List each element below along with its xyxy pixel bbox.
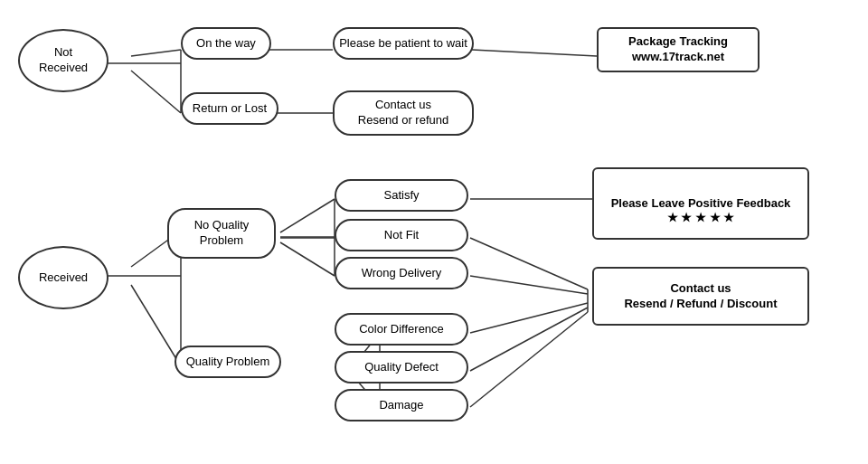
not-fit-node: Not Fit	[335, 219, 468, 251]
svg-line-24	[470, 308, 588, 371]
no-quality-problem-node: No QualityProblem	[167, 208, 276, 259]
svg-line-1	[131, 71, 181, 113]
svg-line-0	[131, 50, 181, 56]
svg-line-23	[470, 303, 588, 333]
svg-line-21	[470, 238, 588, 289]
wrong-delivery-node: Wrong Delivery	[335, 257, 468, 289]
received-node: Received	[18, 246, 108, 309]
contact-resend-node: Contact usResend or refund	[333, 90, 474, 136]
package-tracking-node: Package Trackingwww.17track.net	[597, 27, 760, 72]
satisfy-node: Satisfy	[335, 179, 468, 212]
not-received-node: NotReceived	[18, 29, 108, 92]
damage-node: Damage	[335, 389, 468, 421]
color-difference-node: Color Difference	[335, 313, 468, 346]
please-leave-feedback-node: Please Leave Positive Feedback ★ ★ ★ ★ ★	[592, 167, 809, 240]
be-patient-node: Please be patient to wait	[333, 27, 474, 60]
svg-line-8	[131, 285, 181, 366]
diagram: NotReceived On the way Return or Lost Pl…	[0, 0, 868, 464]
return-or-lost-node: Return or Lost	[181, 92, 278, 125]
quality-defect-node: Quality Defect	[335, 351, 468, 384]
svg-line-22	[470, 276, 588, 294]
svg-line-25	[470, 312, 588, 407]
svg-line-13	[280, 242, 335, 276]
svg-line-11	[280, 199, 335, 232]
contact-us-2-node: Contact usResend / Refund / Discount	[592, 267, 809, 326]
quality-problem-node: Quality Problem	[175, 346, 281, 378]
svg-line-5	[472, 50, 597, 56]
on-the-way-node: On the way	[181, 27, 271, 60]
